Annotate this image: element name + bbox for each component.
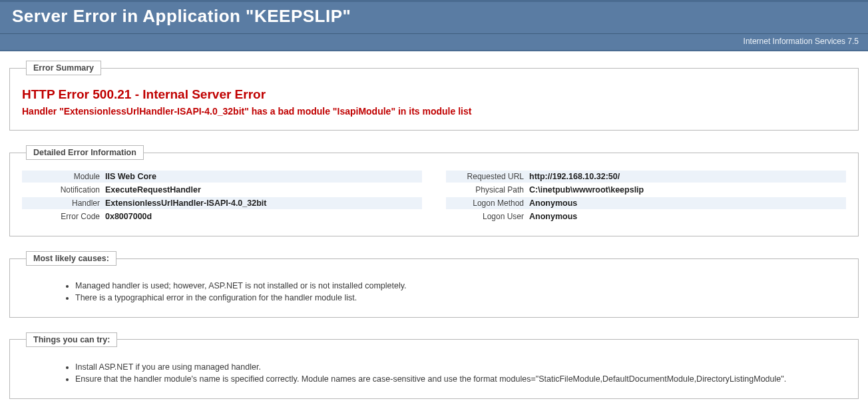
detail-value: C:\inetpub\wwwroot\keepslip [529, 185, 644, 195]
detail-row: Notification ExecuteRequestHandler [22, 184, 422, 196]
http-error-message: Handler "ExtensionlessUrlHandler-ISAPI-4… [22, 106, 846, 117]
things-to-try-list: Install ASP.NET if you are using managed… [22, 362, 846, 385]
product-label: Internet Information Services 7.5 [744, 37, 859, 46]
header-bar: Server Error in Application "KEEPSLIP" [0, 0, 868, 34]
detail-row: Physical Path C:\inetpub\wwwroot\keepsli… [446, 184, 846, 196]
detail-column-left: Module IIS Web Core Notification Execute… [22, 171, 422, 224]
detailed-error-legend: Detailed Error Information [26, 145, 144, 160]
http-error-title: HTTP Error 500.21 - Internal Server Erro… [22, 87, 846, 102]
list-item: Install ASP.NET if you are using managed… [75, 362, 846, 373]
detail-label: Handler [22, 199, 105, 208]
content-area: Error Summary HTTP Error 500.21 - Intern… [0, 51, 868, 405]
detail-row: Requested URL http://192.168.10.32:50/ [446, 171, 846, 183]
detail-value: ExtensionlessUrlHandler-ISAPI-4.0_32bit [105, 199, 266, 208]
detail-value: Anonymous [529, 199, 577, 208]
detail-row: Error Code 0x8007000d [22, 210, 422, 222]
page-title: Server Error in Application "KEEPSLIP" [12, 6, 856, 27]
list-item: There is a typographical error in the co… [75, 292, 846, 304]
detail-label: Requested URL [446, 172, 529, 181]
detail-row: Logon User Anonymous [446, 210, 846, 222]
detail-label: Physical Path [446, 185, 529, 195]
detail-value: IIS Web Core [105, 172, 156, 181]
detail-column-right: Requested URL http://192.168.10.32:50/ P… [446, 171, 846, 224]
detail-label: Notification [22, 185, 105, 195]
detail-row: Module IIS Web Core [22, 171, 422, 183]
detail-label: Module [22, 172, 105, 181]
detail-label: Logon Method [446, 199, 529, 208]
detail-value: http://192.168.10.32:50/ [529, 172, 620, 181]
product-sub-bar: Internet Information Services 7.5 [0, 34, 868, 51]
error-summary-legend: Error Summary [26, 61, 101, 75]
list-item: Managed handler is used; however, ASP.NE… [75, 280, 846, 292]
likely-causes-section: Most likely causes: Managed handler is u… [9, 251, 859, 318]
detail-value: ExecuteRequestHandler [105, 185, 201, 195]
detailed-error-section: Detailed Error Information Module IIS We… [9, 145, 859, 236]
things-to-try-section: Things you can try: Install ASP.NET if y… [9, 332, 859, 399]
likely-causes-list: Managed handler is used; however, ASP.NE… [22, 280, 846, 304]
detail-columns: Module IIS Web Core Notification Execute… [22, 171, 846, 224]
detail-label: Error Code [22, 212, 105, 221]
detail-label: Logon User [446, 212, 529, 221]
list-item: Ensure that the handler module's name is… [75, 374, 846, 385]
error-summary-section: Error Summary HTTP Error 500.21 - Intern… [9, 61, 859, 131]
detail-value: Anonymous [529, 212, 577, 221]
things-to-try-legend: Things you can try: [26, 332, 117, 347]
detail-row: Logon Method Anonymous [446, 197, 846, 209]
detail-value: 0x8007000d [105, 212, 152, 221]
detail-row: Handler ExtensionlessUrlHandler-ISAPI-4.… [22, 197, 422, 209]
likely-causes-legend: Most likely causes: [26, 251, 116, 266]
